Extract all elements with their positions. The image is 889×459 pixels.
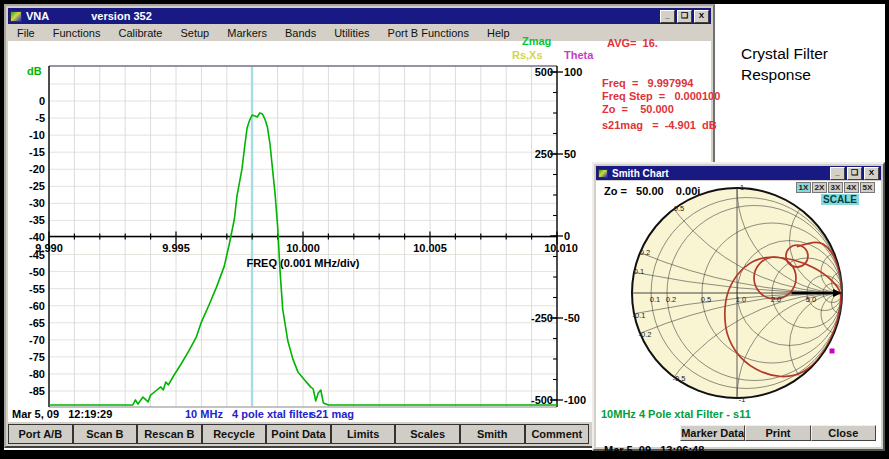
- vna-app-icon: [10, 11, 22, 22]
- smith-winbtn-x[interactable]: X: [864, 167, 879, 180]
- smith-date-time: Mar 5, 09 13:06:48: [604, 444, 704, 456]
- s21mag-readout: s21mag = -4.901 dB: [602, 119, 717, 131]
- svg-text:-0.1: -0.1: [633, 311, 646, 320]
- vna-button-bar: Port A/BScan BRescan BRecyclePoint DataL…: [8, 424, 589, 444]
- menu-item-setup[interactable]: Setup: [171, 27, 218, 39]
- menu-item-markers[interactable]: Markers: [218, 27, 276, 39]
- svg-text:-0.2: -0.2: [639, 330, 652, 339]
- svg-text:-1: -1: [739, 395, 746, 404]
- smith-trace-label: 10MHz 4 Pole xtal Filter - s11: [601, 408, 751, 420]
- svg-text:2.0: 2.0: [771, 295, 781, 304]
- smith-chart-window: Smith Chart _❏X Zo = 50.00 0.00j 1X2X3X4…: [592, 162, 885, 451]
- smith-winbtn--[interactable]: ❏: [847, 167, 862, 180]
- freq-readout: Freq = 9.997994: [602, 77, 693, 89]
- vna-button-recycle[interactable]: Recycle: [202, 424, 267, 444]
- svg-text:0.1: 0.1: [650, 295, 660, 304]
- freq-step-readout: Freq Step = 0.000100: [602, 90, 720, 102]
- scan-title: 10 MHz 4 pole xtal filter: [185, 408, 313, 420]
- smith-client-area: Zo = 50.00 0.00j 1X2X3X4X5X SCALE 0.10.2…: [596, 181, 881, 447]
- svg-text:0.1: 0.1: [634, 267, 644, 276]
- vna-button-comment[interactable]: Comment: [525, 424, 590, 444]
- vna-winbtn--[interactable]: ❏: [677, 10, 692, 23]
- window-controls: _❏X: [660, 10, 709, 23]
- svg-text:0.2: 0.2: [640, 248, 650, 257]
- avg-readout: AVG= 16.: [607, 37, 658, 49]
- window-title: VNA: [26, 10, 49, 22]
- smith-titlebar[interactable]: Smith Chart _❏X: [596, 166, 881, 180]
- menu-item-port-b-functions[interactable]: Port B Functions: [379, 27, 478, 39]
- vna-winbtn--[interactable]: _: [660, 10, 675, 23]
- legend-zmag: Zmag: [522, 35, 551, 47]
- menu-item-help[interactable]: Help: [478, 27, 519, 39]
- zo-readout: Zo = 50.000: [602, 103, 674, 115]
- db-axis-label: dB: [27, 65, 42, 77]
- menu-item-calibrate[interactable]: Calibrate: [109, 27, 171, 39]
- svg-text:0.2: 0.2: [666, 295, 676, 304]
- menu-bar: FileFunctionsCalibrateSetupMarkersBandsU…: [8, 24, 711, 41]
- svg-text:0.5: 0.5: [701, 295, 711, 304]
- screenshot-frame: VNA version 352 _❏X FileFunctionsCalibra…: [0, 0, 889, 459]
- vna-button-port-a-b[interactable]: Port A/B: [8, 424, 73, 444]
- legend-rsxs: Rs,Xs: [512, 49, 543, 61]
- vna-winbtn-x[interactable]: X: [694, 10, 709, 23]
- smith-winbtn--[interactable]: _: [830, 167, 845, 180]
- smith-button-bar: Marker DataPrintClose: [680, 425, 876, 441]
- svg-text:5.0: 5.0: [806, 295, 816, 304]
- smith-button-marker-data[interactable]: Marker Data: [680, 425, 745, 441]
- scan-date-time: Mar 5, 09 12:19:29: [12, 408, 112, 420]
- svg-text:-0.5: -0.5: [673, 374, 686, 383]
- svg-text:0.5: 0.5: [674, 204, 684, 213]
- smith-window-title: Smith Chart: [612, 168, 669, 179]
- smith-app-icon: [598, 169, 608, 178]
- annotation-text: Crystal Filter Response: [741, 44, 873, 86]
- vna-button-rescan-b[interactable]: Rescan B: [137, 424, 202, 444]
- trace-name: s21 mag: [310, 408, 354, 420]
- menu-item-file[interactable]: File: [8, 27, 44, 39]
- vna-titlebar[interactable]: VNA version 352 _❏X: [8, 8, 711, 24]
- vna-button-smith[interactable]: Smith: [460, 424, 525, 444]
- smith-button-close[interactable]: Close: [811, 425, 876, 441]
- vna-button-limits[interactable]: Limits: [331, 424, 396, 444]
- svg-text:1.0: 1.0: [736, 295, 746, 304]
- menu-item-bands[interactable]: Bands: [276, 27, 325, 39]
- smith-button-print[interactable]: Print: [745, 425, 810, 441]
- menu-item-functions[interactable]: Functions: [44, 27, 110, 39]
- smith-window-controls: _❏X: [830, 167, 879, 180]
- vna-button-scan-b[interactable]: Scan B: [73, 424, 138, 444]
- vna-button-point-data[interactable]: Point Data: [266, 424, 331, 444]
- svg-text:1: 1: [740, 183, 744, 192]
- legend-theta: Theta: [564, 49, 593, 61]
- window-title-version: version 352: [91, 10, 152, 22]
- menu-item-utilities[interactable]: Utilities: [325, 27, 378, 39]
- page-background: VNA version 352 _❏X FileFunctionsCalibra…: [4, 4, 885, 450]
- vna-button-scales[interactable]: Scales: [395, 424, 460, 444]
